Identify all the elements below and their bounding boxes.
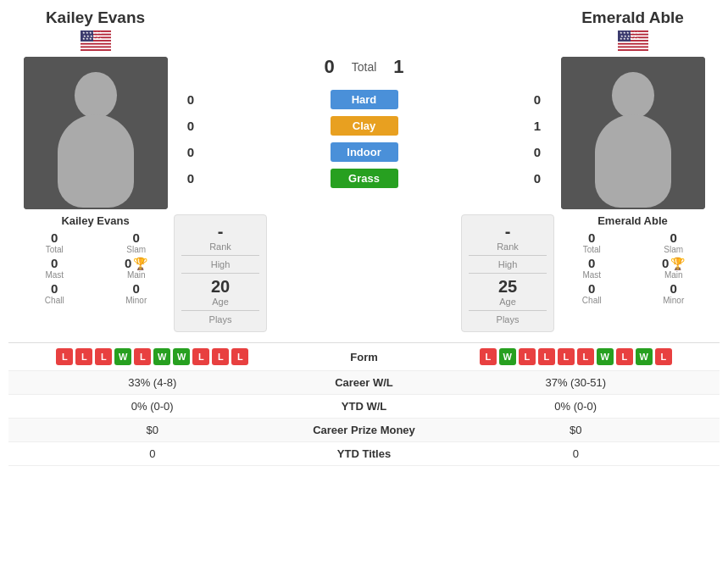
player-left-name: Kailey Evans xyxy=(46,8,145,26)
surface-hard-row: 0 Hard 0 xyxy=(182,90,546,109)
career-wl-left: 33% (4-8) xyxy=(17,376,288,389)
right-mast-stat: 0 Mast xyxy=(554,256,630,280)
player-right-avatar xyxy=(561,57,705,209)
right-form-10: L xyxy=(655,348,672,365)
svg-text:★★★★★★: ★★★★★★ xyxy=(81,37,102,41)
main-container: Kailey Evans Emerald Able xyxy=(0,0,728,474)
form-row: L L L W L W W L L L Form L W L L xyxy=(8,343,720,371)
ytd-titles-left: 0 xyxy=(17,447,288,460)
player-right-flag: ★★★★★★ ★★★★★ ★★★★★★ xyxy=(618,31,648,53)
left-card-rank: - Rank xyxy=(181,222,259,252)
ytd-wl-row: 0% (0-0) YTD W/L 0% (0-0) xyxy=(8,395,720,419)
left-main-trophy: 0 🏆 Main xyxy=(99,256,175,280)
player-left-flag: ★★★★★★ ★★★★★ ★★★★★★ xyxy=(81,31,111,53)
career-wl-row: 33% (4-8) Career W/L 37% (30-51) xyxy=(8,371,720,395)
indoor-left-score: 0 xyxy=(182,145,199,159)
right-form-6: L xyxy=(577,348,594,365)
right-form-4: L xyxy=(538,348,555,365)
right-total-stat: 0 Total xyxy=(554,230,630,254)
prize-left: $0 xyxy=(17,424,288,436)
surface-grass-row: 0 Grass 0 xyxy=(182,169,546,188)
form-right: L W L L L L W L W L xyxy=(441,348,712,365)
surface-rows: 0 Hard 0 0 Clay 1 0 Indoor 0 xyxy=(182,90,546,188)
left-total-score: 0 xyxy=(324,56,334,78)
right-main-trophy: 0 🏆 Main xyxy=(636,256,712,280)
hard-left-score: 0 xyxy=(182,92,199,107)
form-label: Form xyxy=(288,351,441,363)
player-right-name: Emerald Able xyxy=(581,8,684,26)
ytd-wl-label: YTD W/L xyxy=(288,400,441,413)
left-slam-stat: 0 Slam xyxy=(99,230,175,254)
right-chall-stat: 0 Chall xyxy=(554,281,630,305)
player-right-name-below: Emerald Able xyxy=(597,214,668,227)
left-form-badges: L L L W L W W L L L xyxy=(17,348,288,365)
hard-right-score: 0 xyxy=(529,92,546,107)
left-total-stat: 0 Total xyxy=(17,230,92,254)
indoor-badge: Indoor xyxy=(331,142,398,162)
right-form-8: L xyxy=(616,348,633,365)
svg-rect-16 xyxy=(618,45,648,47)
right-form-2: W xyxy=(499,348,516,365)
svg-rect-6 xyxy=(81,47,111,49)
left-card-age: 20 Age xyxy=(181,277,259,307)
left-form-3: L xyxy=(95,348,112,365)
left-form-9: L xyxy=(212,348,229,365)
svg-rect-15 xyxy=(618,42,648,43)
form-left: L L L W L W W L L L xyxy=(17,348,288,365)
grass-badge: Grass xyxy=(331,169,398,188)
left-form-8: L xyxy=(192,348,209,365)
ytd-titles-right: 0 xyxy=(441,447,712,460)
right-card-rank: - Rank xyxy=(469,222,547,252)
clay-badge: Clay xyxy=(331,116,398,136)
left-form-10: L xyxy=(231,348,248,365)
right-card-age: 25 Age xyxy=(469,277,547,307)
right-form-9: W xyxy=(636,348,653,365)
ytd-titles-label: YTD Titles xyxy=(288,447,441,460)
bottom-stats: L L L W L W W L L L Form L W L L xyxy=(8,342,720,466)
left-form-2: L xyxy=(75,348,92,365)
surface-indoor-row: 0 Indoor 0 xyxy=(182,142,546,162)
right-slam-stat: 0 Slam xyxy=(636,230,712,254)
ytd-wl-right: 0% (0-0) xyxy=(441,400,712,413)
grass-left-score: 0 xyxy=(182,171,199,186)
right-card-high: High xyxy=(469,259,547,269)
right-form-3: L xyxy=(519,348,536,365)
player-left-avatar xyxy=(24,57,168,209)
left-form-7: W xyxy=(173,348,190,365)
prize-right: $0 xyxy=(441,424,712,436)
indoor-right-score: 0 xyxy=(529,145,546,159)
clay-left-score: 0 xyxy=(182,119,199,133)
left-form-4: W xyxy=(114,348,131,365)
svg-rect-5 xyxy=(81,45,111,47)
prize-label: Career Prize Money xyxy=(288,424,441,436)
career-wl-right: 37% (30-51) xyxy=(441,376,712,389)
left-form-5: L xyxy=(134,348,151,365)
prize-row: $0 Career Prize Money $0 xyxy=(8,419,720,442)
right-form-1: L xyxy=(480,348,497,365)
right-total-score: 1 xyxy=(393,56,403,78)
left-chall-stat: 0 Chall xyxy=(17,281,92,305)
left-form-1: L xyxy=(56,348,73,365)
svg-rect-17 xyxy=(618,47,648,49)
right-minor-stat: 0 Minor xyxy=(636,281,712,305)
clay-right-score: 1 xyxy=(529,119,546,133)
svg-text:★★★★★★: ★★★★★★ xyxy=(619,37,639,41)
svg-rect-4 xyxy=(81,42,111,43)
left-form-6: W xyxy=(153,348,170,365)
career-wl-label: Career W/L xyxy=(288,376,441,389)
right-form-5: L xyxy=(558,348,575,365)
right-form-badges: L W L L L L W L W L xyxy=(441,348,712,365)
surface-clay-row: 0 Clay 1 xyxy=(182,116,546,136)
left-mast-trophy-row: 0 Mast xyxy=(17,256,92,280)
ytd-titles-row: 0 YTD Titles 0 xyxy=(8,442,720,466)
right-form-7: W xyxy=(597,348,614,365)
ytd-wl-left: 0% (0-0) xyxy=(17,400,288,413)
player-left-name-below: Kailey Evans xyxy=(61,214,129,227)
left-trophy-icon: 🏆 xyxy=(133,257,147,270)
hard-badge: Hard xyxy=(331,90,398,109)
left-card-plays: Plays xyxy=(181,314,259,325)
grass-right-score: 0 xyxy=(529,171,546,186)
right-card-plays: Plays xyxy=(469,314,547,325)
left-minor-stat: 0 Minor xyxy=(99,281,175,305)
right-trophy-icon: 🏆 xyxy=(670,257,685,270)
